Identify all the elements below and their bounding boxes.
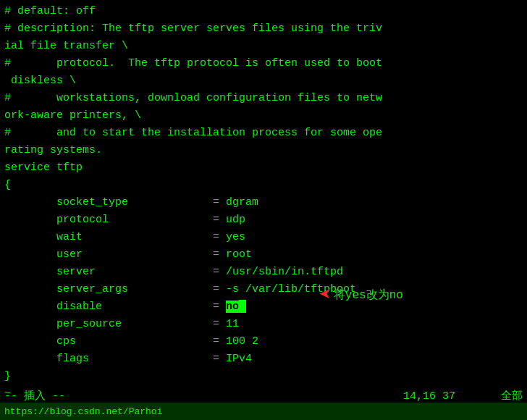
line-16: server = /usr/sbin/in.tftpd bbox=[4, 264, 523, 281]
highlight-no: no bbox=[226, 301, 239, 313]
insert-mode-label: -- 插入 -- bbox=[4, 389, 65, 403]
bottom-bar: https://blog.csdn.net/Parhoi bbox=[0, 403, 527, 420]
line-10: service tftp bbox=[4, 159, 523, 177]
line-3: ial file transfer \ bbox=[4, 38, 523, 55]
line-18-disable: disable = no bbox=[4, 298, 523, 316]
annotation-container: ➤ 将yes改为no bbox=[319, 282, 403, 307]
arrow-icon: ➤ bbox=[319, 282, 331, 307]
line-15: user = root bbox=[4, 246, 523, 264]
line-22: } bbox=[4, 368, 523, 385]
cursor-position: 14,16 37 全部 bbox=[403, 389, 523, 403]
line-7: ork-aware printers, \ bbox=[4, 107, 523, 125]
line-1: # default: off bbox=[4, 3, 523, 20]
line-13: protocol = udp bbox=[4, 211, 523, 229]
bottom-url: https://blog.csdn.net/Parhoi bbox=[4, 406, 162, 417]
line-19: per_source = 11 bbox=[4, 316, 523, 333]
line-12: socket_type = dgram bbox=[4, 194, 523, 211]
status-bar: -- 插入 -- 14,16 37 全部 bbox=[0, 389, 527, 403]
line-6: # workstations, download configuration f… bbox=[4, 90, 523, 107]
line-20: cps = 100 2 bbox=[4, 333, 523, 350]
terminal-window: # default: off # description: The tftp s… bbox=[0, 0, 527, 420]
line-11: { bbox=[4, 177, 523, 194]
line-9: rating systems. bbox=[4, 142, 523, 159]
line-2: # description: The tftp server serves fi… bbox=[4, 20, 523, 38]
line-5: diskless \ bbox=[4, 72, 523, 90]
line-4: # protocol. The tftp protocol is often u… bbox=[4, 55, 523, 72]
annotation-label: 将yes改为no bbox=[334, 287, 403, 303]
line-17: server_args = -s /var/lib/tftpboot bbox=[4, 281, 523, 298]
line-14: wait = yes bbox=[4, 229, 523, 246]
line-8: # and to start the installation process … bbox=[4, 125, 523, 142]
line-21: flags = IPv4 bbox=[4, 350, 523, 368]
